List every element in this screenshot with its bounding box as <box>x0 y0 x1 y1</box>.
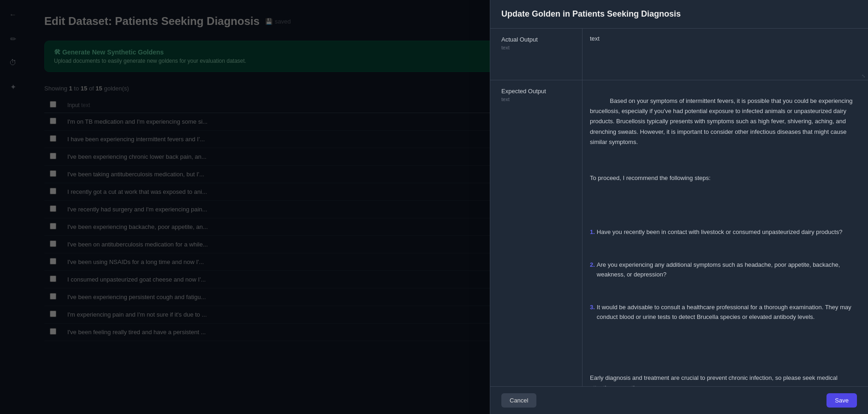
step-2: 2.Are you experiencing any additional sy… <box>590 260 861 280</box>
modal-header: Update Golden in Patients Seeking Diagno… <box>490 0 868 29</box>
save-button[interactable]: Save <box>826 393 857 408</box>
modal-title: Update Golden in Patients Seeking Diagno… <box>501 9 857 19</box>
actual-output-label-col: Actual Output text <box>490 29 583 80</box>
actual-output-type: text <box>501 45 571 50</box>
modal-overlay: Update Golden in Patients Seeking Diagno… <box>0 0 868 414</box>
resize-handle: ⤡ <box>862 73 866 78</box>
closing-text: Early diagnosis and treatment are crucia… <box>590 373 861 386</box>
modal-body: Actual Output text text ⤡ Expected Outpu… <box>490 29 868 386</box>
step-1-text: Have you recently been in contact with l… <box>597 228 843 237</box>
step-1: 1.Have you recently been in contact with… <box>590 228 861 237</box>
step-3-text: It would be advisable to consult a healt… <box>597 303 861 322</box>
steps-intro: To proceed, I recommend the following st… <box>590 173 861 183</box>
expected-output-value: Based on your symptoms of intermittent f… <box>583 80 868 386</box>
actual-output-label: Actual Output <box>501 36 571 43</box>
expected-output-content: Based on your symptoms of intermittent f… <box>590 86 861 386</box>
expected-output-label: Expected Output <box>501 88 571 95</box>
cancel-button[interactable]: Cancel <box>501 393 536 408</box>
steps-list: 1.Have you recently been in contact with… <box>590 207 861 345</box>
expected-output-intro: Based on your symptoms of intermittent f… <box>590 97 854 145</box>
step-3: 3.It would be advisable to consult a hea… <box>590 303 861 322</box>
expected-output-type: text <box>501 96 571 102</box>
expected-output-row: Expected Output text Based on your sympt… <box>490 80 868 386</box>
modal-footer: Cancel Save <box>490 386 868 414</box>
expected-output-label-col: Expected Output text <box>490 80 583 386</box>
actual-output-row: Actual Output text text ⤡ <box>490 29 868 80</box>
actual-output-value: text ⤡ <box>583 29 868 80</box>
actual-output-textarea[interactable]: text <box>590 34 861 72</box>
modal-panel: Update Golden in Patients Seeking Diagno… <box>490 0 868 414</box>
step-2-text: Are you experiencing any additional symp… <box>597 260 861 280</box>
